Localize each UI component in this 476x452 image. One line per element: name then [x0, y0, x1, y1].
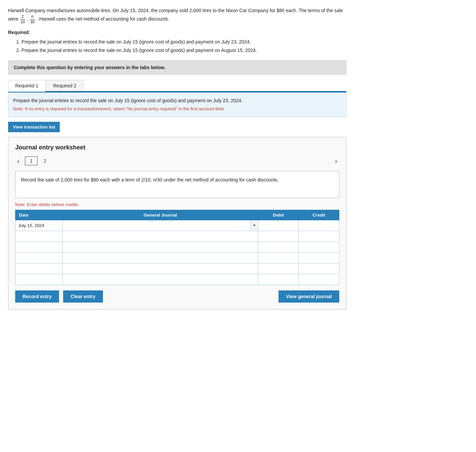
action-buttons: Record entry Clear entry View general jo… [15, 290, 339, 303]
required-list: 1. Prepare the journal entries to record… [16, 38, 346, 55]
intro-paragraph: Harwell Company manufactures automobile … [8, 7, 346, 24]
debit-cell-4 [258, 252, 299, 263]
intro-text-part3: . Harwell uses the net method of account… [37, 16, 169, 22]
col-debit: Debit [258, 210, 299, 220]
required-item-2: 2. Prepare the journal entries to record… [16, 46, 346, 55]
date-cell-5 [16, 263, 63, 274]
tab-required-1[interactable]: Required 1 [8, 80, 46, 92]
credit-cell-4 [299, 252, 339, 263]
debit-input-4[interactable] [258, 253, 298, 263]
gj-input-4[interactable] [63, 253, 258, 263]
debit-input-6[interactable] [258, 274, 298, 285]
table-row [16, 231, 339, 242]
gj-input-3[interactable] [63, 242, 258, 252]
next-page-button[interactable]: › [333, 157, 339, 166]
credit-input-2[interactable] [299, 231, 339, 242]
debit-note: Note: Enter debits before credits. [15, 202, 339, 207]
gj-cell-4 [63, 252, 258, 263]
credit-cell-1 [299, 220, 339, 231]
date-cell-1: July 15, 2024 [16, 220, 63, 231]
clear-entry-button[interactable]: Clear entry [63, 290, 103, 303]
date-cell-3 [16, 242, 63, 252]
debit-cell-6 [258, 274, 299, 285]
nav-row: ‹ 1 2 › [15, 157, 339, 166]
complete-banner: Complete this question by entering your … [8, 60, 346, 75]
worksheet-title: Journal entry worksheet [15, 144, 339, 151]
record-entry-button[interactable]: Record entry [15, 290, 59, 303]
prev-page-button[interactable]: ‹ [15, 157, 22, 166]
gj-input-2[interactable] [63, 231, 258, 242]
debit-cell-2 [258, 231, 299, 242]
instruction-text: Prepare the journal entries to record th… [13, 97, 341, 104]
debit-cell-3 [258, 242, 299, 252]
fraction-2-10: 2 10 [20, 14, 25, 24]
gj-cell-5 [63, 263, 258, 274]
gj-input-6[interactable] [63, 274, 258, 285]
gj-cell-6 [63, 274, 258, 285]
page-2-num[interactable]: 2 [41, 157, 49, 165]
fraction-n-30: n 30 [30, 14, 34, 24]
dropdown-arrow-1[interactable]: ▼ [250, 220, 258, 231]
table-row [16, 242, 339, 252]
table-row [16, 274, 339, 285]
credit-cell-5 [299, 263, 339, 274]
date-cell-6 [16, 274, 63, 285]
date-cell-4 [16, 252, 63, 263]
credit-input-3[interactable] [299, 242, 339, 252]
worksheet-container: Journal entry worksheet ‹ 1 2 › Record t… [8, 137, 346, 310]
view-transaction-button[interactable]: View transaction list [8, 122, 60, 132]
col-date: Date [16, 210, 63, 220]
table-row: July 15, 2024 ▼ [16, 220, 339, 231]
instruction-box: Prepare the journal entries to record th… [8, 92, 346, 117]
required-item-1: 1. Prepare the journal entries to record… [16, 38, 346, 46]
credit-input-4[interactable] [299, 253, 339, 263]
gj-cell-1: ▼ [63, 220, 258, 231]
table-row [16, 252, 339, 263]
debit-input-3[interactable] [258, 242, 298, 252]
credit-cell-2 [299, 231, 339, 242]
gj-cell-3 [63, 242, 258, 252]
debit-input-1[interactable] [258, 220, 298, 231]
tab-required-2[interactable]: Required 2 [46, 80, 84, 91]
credit-input-1[interactable] [299, 220, 339, 231]
gj-input-5[interactable] [63, 263, 258, 274]
gj-cell-2 [63, 231, 258, 242]
credit-cell-6 [299, 274, 339, 285]
col-general-journal: General Journal [63, 210, 258, 220]
journal-table: Date General Journal Debit Credit July 1… [15, 210, 339, 285]
required-label: Required: [8, 30, 346, 35]
table-row [16, 263, 339, 274]
page-1-box[interactable]: 1 [25, 157, 38, 165]
date-cell-2 [16, 231, 63, 242]
intro-text-part2: , [27, 16, 29, 22]
description-box: Record the sale of 2,000 tires for $80 e… [15, 171, 339, 198]
debit-input-5[interactable] [258, 263, 298, 274]
view-general-journal-button[interactable]: View general journal [279, 290, 339, 303]
tabs-container: Required 1 Required 2 [8, 80, 346, 92]
gj-input-1[interactable] [63, 220, 250, 231]
debit-input-2[interactable] [258, 231, 298, 242]
col-credit: Credit [299, 210, 339, 220]
debit-cell-5 [258, 263, 299, 274]
instruction-note: Note: If no entry is required for a tran… [13, 106, 341, 113]
debit-cell-1 [258, 220, 299, 231]
credit-cell-3 [299, 242, 339, 252]
credit-input-5[interactable] [299, 263, 339, 274]
credit-input-6[interactable] [299, 274, 339, 285]
